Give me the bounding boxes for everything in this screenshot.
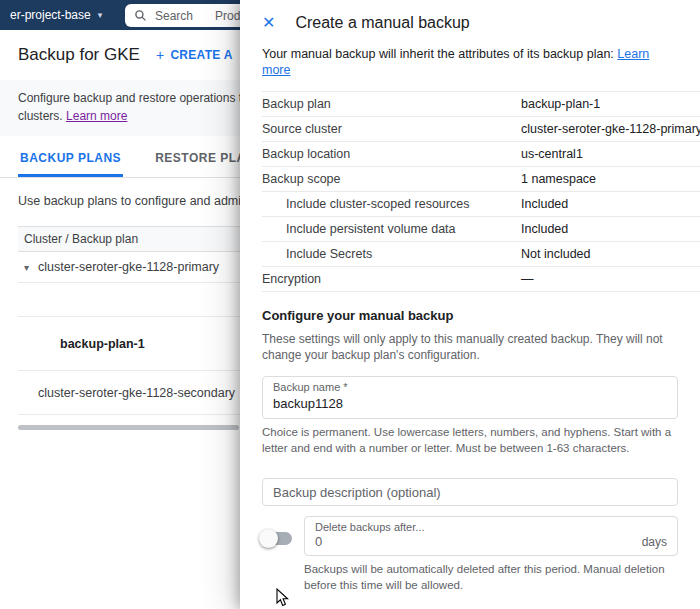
search-label: Search <box>155 9 193 23</box>
toggle-knob <box>259 529 278 548</box>
backup-name-field[interactable]: Backup name * <box>262 376 678 419</box>
cluster-name: cluster-seroter-gke-1128-secondary <box>38 386 235 400</box>
attribute-value: — <box>521 272 534 286</box>
configure-section-heading: Configure your manual backup <box>262 308 678 323</box>
delete-after-unit: days <box>642 535 667 549</box>
delete-after-help: Backups will be automatically deleted af… <box>304 561 678 593</box>
learn-more-link[interactable]: Learn more <box>66 109 127 123</box>
backup-description-field[interactable] <box>262 478 678 506</box>
attribute-label: Backup scope <box>262 172 521 186</box>
search-icon <box>134 9 147 22</box>
delete-after-toggle[interactable] <box>262 532 292 545</box>
attribute-label: Backup plan <box>262 97 521 111</box>
panel-header: ✕ Create a manual backup <box>262 0 678 46</box>
plus-icon: + <box>156 47 164 63</box>
attribute-label: Encryption <box>262 272 521 286</box>
attribute-row: Encryption — <box>262 267 700 292</box>
project-selector[interactable]: er-project-base ▾ <box>10 8 102 22</box>
backup-description-input[interactable] <box>273 485 667 500</box>
close-icon[interactable]: ✕ <box>262 15 275 31</box>
expander-icon[interactable]: ▾ <box>24 262 29 273</box>
attribute-row: Include persistent volume data Included <box>262 217 700 242</box>
attribute-row: Include Secrets Not included <box>262 242 700 267</box>
chevron-down-icon: ▾ <box>98 10 103 20</box>
create-button-label: CREATE A <box>170 48 232 62</box>
attribute-label: Include cluster-scoped resources <box>262 197 521 211</box>
attribute-value: cluster-seroter-gke-1128-primary <box>521 122 700 136</box>
backup-name-help: Choice is permanent. Use lowercase lette… <box>262 424 678 456</box>
backup-name-label: Backup name * <box>273 381 667 393</box>
backup-plan-name: backup-plan-1 <box>60 337 145 351</box>
attribute-value: Included <box>521 197 568 211</box>
configure-section-note: These settings will only apply to this m… <box>262 331 678 365</box>
screen: er-project-base ▾ Search Produ Backup fo… <box>0 0 700 609</box>
delete-after-row: days <box>315 534 667 549</box>
horizontal-scrollbar[interactable] <box>18 425 239 430</box>
attribute-value: backup-plan-1 <box>521 97 600 111</box>
project-name: er-project-base <box>10 8 91 22</box>
panel-intro-text: Your manual backup will inherit the attr… <box>262 47 614 61</box>
attribute-row: Backup location us-central1 <box>262 142 700 167</box>
delete-after-field[interactable]: Delete backups after... days <box>304 516 678 556</box>
create-backup-plan-button[interactable]: + CREATE A <box>156 47 233 63</box>
backup-plan-attributes: Backup plan backup-plan-1 Source cluster… <box>262 91 700 292</box>
attribute-row: Source cluster cluster-seroter-gke-1128-… <box>262 117 700 142</box>
delete-after-group: Delete backups after... days Backups wil… <box>262 516 678 593</box>
page-description-line1: Configure backup and restore operations … <box>18 91 263 105</box>
attribute-label: Backup location <box>262 147 521 161</box>
panel-title: Create a manual backup <box>295 14 469 32</box>
attribute-row: Backup plan backup-plan-1 <box>262 92 700 117</box>
delete-after-label: Delete backups after... <box>315 521 667 533</box>
attribute-value: Not included <box>521 247 591 261</box>
attribute-label: Source cluster <box>262 122 521 136</box>
panel-intro: Your manual backup will inherit the attr… <box>262 46 678 91</box>
delete-after-input[interactable] <box>315 534 642 549</box>
attribute-label: Include persistent volume data <box>262 222 521 236</box>
tab-backup-plans[interactable]: BACKUP PLANS <box>18 140 123 177</box>
attribute-row: Include cluster-scoped resources Include… <box>262 192 700 217</box>
page-title: Backup for GKE <box>18 45 140 65</box>
backup-name-input[interactable] <box>273 396 667 411</box>
attribute-row: Backup scope 1 namespace <box>262 167 700 192</box>
create-manual-backup-panel: ✕ Create a manual backup Your manual bac… <box>240 0 700 609</box>
delete-after-column: Delete backups after... days Backups wil… <box>304 516 678 593</box>
attribute-value: 1 namespace <box>521 172 596 186</box>
cluster-name: cluster-seroter-gke-1128-primary <box>38 260 219 274</box>
attribute-value: Included <box>521 222 568 236</box>
attribute-value: us-central1 <box>521 147 583 161</box>
page-description-line2: clusters. <box>18 109 63 123</box>
attribute-label: Include Secrets <box>262 247 521 261</box>
